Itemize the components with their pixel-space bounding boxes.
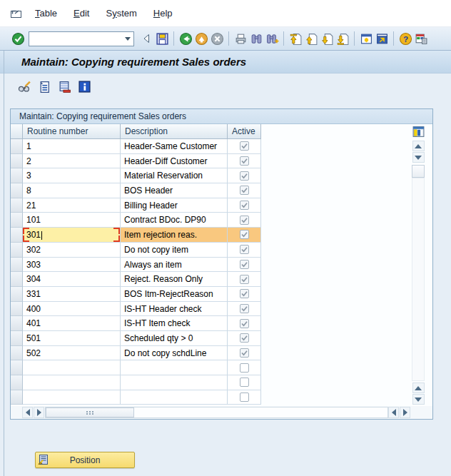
description-cell[interactable]: Scheduled qty > 0 xyxy=(121,331,228,346)
column-header-routine[interactable]: Routine number xyxy=(23,124,121,139)
info-button[interactable] xyxy=(77,79,92,94)
hide-command-field-button[interactable] xyxy=(138,31,154,46)
next-page-button[interactable] xyxy=(319,31,335,46)
menu-edit[interactable]: Edit xyxy=(74,8,89,19)
scroll-right-button[interactable] xyxy=(34,407,44,418)
scroll-up-button[interactable] xyxy=(412,141,425,151)
routine-number-cell[interactable]: 304 xyxy=(23,272,121,287)
description-cell[interactable]: Do not copy item xyxy=(121,243,228,258)
description-cell[interactable]: Item rejection reas. xyxy=(121,228,228,243)
find-next-button[interactable] xyxy=(264,31,280,46)
routine-number-cell[interactable]: 8 xyxy=(23,183,121,198)
active-checkbox[interactable] xyxy=(240,319,249,328)
row-selector[interactable] xyxy=(11,243,23,258)
active-checkbox[interactable] xyxy=(240,333,249,343)
scroll-left-button[interactable] xyxy=(22,407,33,418)
routine-number-cell[interactable] xyxy=(23,360,121,375)
details-button[interactable] xyxy=(37,79,52,94)
routine-number-cell[interactable]: 2 xyxy=(23,154,121,169)
row-selector[interactable] xyxy=(11,228,23,243)
routine-number-cell[interactable]: 303 xyxy=(23,258,121,273)
active-checkbox[interactable] xyxy=(240,393,249,402)
last-page-button[interactable] xyxy=(335,31,350,46)
routine-number-cell[interactable]: 401 xyxy=(23,316,121,331)
select-all-header[interactable] xyxy=(11,124,23,139)
row-selector[interactable] xyxy=(11,331,23,346)
routine-number-cell[interactable]: 502 xyxy=(23,346,121,361)
delimit-button[interactable] xyxy=(57,79,72,94)
active-checkbox[interactable] xyxy=(240,363,249,373)
first-page-button[interactable] xyxy=(288,31,303,46)
table-settings-button[interactable] xyxy=(412,125,425,138)
active-checkbox[interactable] xyxy=(240,156,249,166)
description-cell[interactable]: IS-HT Item check xyxy=(121,316,228,331)
description-cell[interactable]: BOS Header xyxy=(121,183,228,198)
row-selector[interactable] xyxy=(11,390,23,405)
description-cell[interactable]: Material Reservation xyxy=(121,168,228,183)
scroll-up-bottom-button[interactable] xyxy=(412,383,425,393)
display-change-toggle-button[interactable] xyxy=(17,79,32,94)
row-selector[interactable] xyxy=(11,213,23,228)
routine-number-cell[interactable]: 101 xyxy=(23,213,121,228)
previous-page-button[interactable] xyxy=(303,31,319,46)
row-selector[interactable] xyxy=(11,258,23,273)
active-checkbox[interactable] xyxy=(240,201,249,210)
description-cell[interactable] xyxy=(121,390,228,405)
vertical-scroll-track[interactable] xyxy=(412,178,425,381)
active-checkbox[interactable] xyxy=(240,141,249,151)
customize-layout-button[interactable] xyxy=(413,31,429,46)
routine-number-cell[interactable] xyxy=(23,375,121,390)
routine-number-cell[interactable]: 301 xyxy=(23,228,121,243)
description-cell[interactable] xyxy=(121,360,228,375)
routine-number-cell[interactable]: 400 xyxy=(23,302,121,317)
routine-number-cell[interactable]: 3 xyxy=(23,168,121,183)
scroll-down-bottom-button[interactable] xyxy=(412,394,425,405)
active-checkbox[interactable] xyxy=(240,230,249,239)
command-input[interactable] xyxy=(29,31,134,46)
print-button[interactable] xyxy=(233,31,248,46)
routine-number-cell[interactable]: 21 xyxy=(23,198,121,213)
row-selector[interactable] xyxy=(11,302,23,317)
help-button[interactable]: ? xyxy=(397,31,413,46)
back-button[interactable] xyxy=(178,31,193,46)
routine-number-cell[interactable]: 501 xyxy=(23,331,121,346)
position-button[interactable]: Position xyxy=(35,452,135,468)
description-cell[interactable] xyxy=(121,375,228,390)
active-checkbox[interactable] xyxy=(240,289,249,298)
cancel-button[interactable] xyxy=(209,31,225,46)
active-checkbox[interactable] xyxy=(240,216,249,225)
routine-number-cell[interactable] xyxy=(23,390,121,405)
enter-button[interactable] xyxy=(10,31,26,46)
row-selector[interactable] xyxy=(11,272,23,287)
new-session-button[interactable] xyxy=(358,31,374,46)
row-selector[interactable] xyxy=(11,360,23,375)
column-header-active[interactable]: Active xyxy=(228,124,261,139)
routine-number-cell[interactable]: 302 xyxy=(23,243,121,258)
system-menu-icon[interactable] xyxy=(9,7,24,20)
row-selector[interactable] xyxy=(11,198,23,213)
routine-number-cell[interactable]: 331 xyxy=(23,287,121,302)
description-cell[interactable]: Header-Same Customer xyxy=(121,139,228,154)
description-cell[interactable]: BOS Itm-RejectReason xyxy=(121,287,228,302)
menu-system[interactable]: System xyxy=(106,8,136,19)
menu-table[interactable]: Table xyxy=(35,8,57,19)
row-selector[interactable] xyxy=(11,139,23,154)
column-header-description[interactable]: Description xyxy=(121,124,228,139)
exit-button[interactable] xyxy=(193,31,209,46)
active-checkbox[interactable] xyxy=(240,275,249,284)
active-checkbox[interactable] xyxy=(240,260,249,269)
row-selector[interactable] xyxy=(11,316,23,331)
vertical-scroll-thumb[interactable] xyxy=(412,165,425,178)
description-cell[interactable]: Contract BDoc. DP90 xyxy=(121,213,228,228)
active-checkbox[interactable] xyxy=(240,186,249,195)
description-cell[interactable]: Header-Diff Customer xyxy=(121,154,228,169)
active-checkbox[interactable] xyxy=(240,245,249,254)
description-cell[interactable]: Do not copy schdLine xyxy=(121,346,228,361)
active-checkbox[interactable] xyxy=(240,304,249,313)
description-cell[interactable]: Billing Header xyxy=(121,198,228,213)
scroll-left-right-pane-button[interactable] xyxy=(388,407,399,418)
row-selector[interactable] xyxy=(11,168,23,183)
description-cell[interactable]: IS-HT Header check xyxy=(121,302,228,317)
active-checkbox[interactable] xyxy=(240,348,249,358)
description-cell[interactable]: Reject. Reason Only xyxy=(121,272,228,287)
